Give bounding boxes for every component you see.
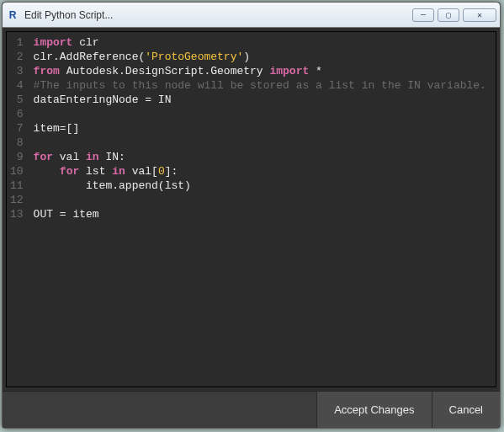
line-number-gutter: 12345678910111213 bbox=[7, 32, 29, 387]
line-number: 6 bbox=[10, 107, 24, 121]
window-title: Edit Python Script... bbox=[24, 9, 412, 21]
accept-changes-button[interactable]: Accept Changes bbox=[316, 392, 431, 428]
minimize-button[interactable]: — bbox=[412, 8, 434, 22]
code-line[interactable]: clr.AddReference('ProtoGeometry') bbox=[34, 50, 491, 64]
code-editor[interactable]: 12345678910111213 import clrclr.AddRefer… bbox=[6, 31, 496, 387]
line-number: 9 bbox=[10, 150, 24, 164]
footer: Accept Changes Cancel bbox=[3, 391, 500, 428]
line-number: 7 bbox=[10, 121, 24, 136]
line-number: 2 bbox=[10, 50, 24, 64]
app-icon: R bbox=[6, 8, 19, 22]
line-number: 4 bbox=[10, 78, 24, 93]
window-controls: — ▢ ✕ bbox=[412, 8, 496, 22]
titlebar[interactable]: R Edit Python Script... — ▢ ✕ bbox=[3, 3, 500, 28]
line-number: 10 bbox=[10, 164, 24, 179]
code-line[interactable] bbox=[34, 136, 491, 150]
code-line[interactable]: for lst in val[0]: bbox=[34, 164, 491, 179]
code-line[interactable]: OUT = item bbox=[34, 207, 491, 221]
close-button[interactable]: ✕ bbox=[463, 8, 496, 22]
line-number: 12 bbox=[10, 193, 24, 207]
code-line[interactable]: item=[] bbox=[34, 121, 491, 136]
code-line[interactable]: dataEnteringNode = IN bbox=[34, 93, 491, 107]
maximize-button[interactable]: ▢ bbox=[438, 8, 459, 22]
code-line[interactable]: for val in IN: bbox=[34, 150, 491, 164]
line-number: 8 bbox=[10, 136, 24, 150]
code-line[interactable]: #The inputs to this node will be stored … bbox=[34, 78, 491, 93]
cancel-button[interactable]: Cancel bbox=[432, 392, 500, 428]
code-line[interactable] bbox=[34, 107, 491, 121]
line-number: 13 bbox=[10, 207, 24, 221]
code-line[interactable]: from Autodesk.DesignScript.Geometry impo… bbox=[34, 64, 491, 78]
code-line[interactable] bbox=[34, 193, 491, 207]
code-area[interactable]: import clrclr.AddReference('ProtoGeometr… bbox=[29, 32, 496, 387]
code-line[interactable]: import clr bbox=[34, 35, 491, 50]
editor-window: R Edit Python Script... — ▢ ✕ 1234567891… bbox=[2, 2, 501, 429]
line-number: 11 bbox=[10, 179, 24, 193]
line-number: 3 bbox=[10, 64, 24, 78]
line-number: 5 bbox=[10, 93, 24, 107]
line-number: 1 bbox=[10, 35, 24, 50]
code-line[interactable]: item.append(lst) bbox=[34, 179, 491, 193]
